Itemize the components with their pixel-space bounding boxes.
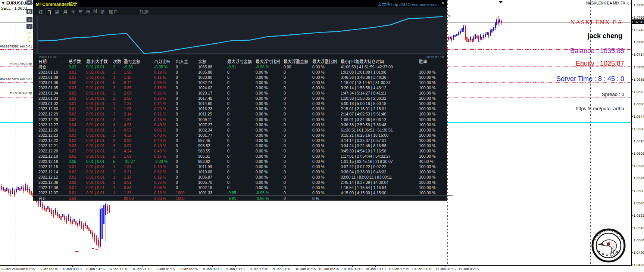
- table-cell: 0.00 %: [256, 185, 284, 190]
- table-cell: 100.00 %: [419, 111, 453, 117]
- table-cell: 0.38 %: [154, 85, 176, 90]
- price-tick-label: 1.04760: [634, 263, 644, 267]
- table-cell: 41:06:59 | 41:51:59 | 42:37:00: [341, 64, 419, 69]
- table-cell: 1020.17: [198, 90, 227, 96]
- table-cell: 0: [284, 111, 312, 117]
- table-cell: 最小|平均|最大持仓时间: [341, 59, 419, 64]
- table-cell: 0.00 %: [256, 174, 284, 180]
- menu-item-2[interactable]: 周: [54, 8, 60, 15]
- chart-end-date: 2023.01.10: [421, 55, 444, 59]
- table-cell: 0: [284, 117, 312, 122]
- table-cell: 100.00 %: [419, 117, 453, 122]
- menu-item-7[interactable]: M: [92, 8, 98, 14]
- table-cell: 1013.23: [198, 106, 227, 111]
- table-cell: -0.96 %: [256, 196, 284, 201]
- table-cell: 0: [284, 185, 312, 190]
- table-cell: 0.00 %: [256, 96, 284, 101]
- check-button[interactable]: √: [26, 24, 32, 29]
- table-cell: 0.00 %: [312, 138, 341, 143]
- table-row: 2022.12.160.050.01 | 0.015-28.37-2.80 %0…: [33, 159, 453, 164]
- table-cell: 0.02: [69, 117, 86, 122]
- price-tick-label: 1.06020: [634, 151, 644, 155]
- price-tick-label: 1.05180: [634, 226, 644, 230]
- table-cell: 0.43 %: [154, 148, 176, 154]
- smiley-icon: ☺: [626, 1, 630, 5]
- table-cell: 2022.12.28: [38, 117, 69, 122]
- table-cell: 2:45:14 | 8:37:39 | 14:30:04: [341, 180, 419, 185]
- table-cell: 1.33: [124, 190, 154, 195]
- time-tick-label: 6 Jan 09:15: [60, 267, 85, 271]
- menu-item-3[interactable]: 月: [62, 8, 69, 15]
- table-cell: 100.00 %: [419, 138, 453, 143]
- table-cell: 2023.01.02: [38, 101, 69, 106]
- table-cell: 0: [284, 169, 312, 174]
- table-cell: 2: [113, 64, 124, 69]
- price-tick: [631, 54, 633, 55]
- table-cell: 0: [227, 169, 256, 174]
- ea-name-label: NASKLENK EA: [570, 19, 623, 26]
- table-cell: 0: [227, 90, 256, 96]
- table-cell: 0: [227, 101, 256, 106]
- table-cell: 0.00 %: [256, 148, 284, 154]
- menu-item-0[interactable]: 综: [37, 8, 44, 15]
- table-cell: 0.01 | 0.01: [86, 111, 113, 117]
- table-cell: 1.16: [124, 75, 154, 80]
- move-button[interactable]: 移: [26, 9, 32, 14]
- table-cell: 3.85: [124, 85, 154, 90]
- table-cell: 40.00 %: [419, 159, 453, 164]
- price-tick: [631, 215, 633, 216]
- server-time-label: Server Time : 8 : 45 : 0: [556, 75, 624, 83]
- table-cell: 100.00 %: [419, 164, 453, 169]
- table-cell: -28.37: [124, 159, 154, 164]
- time-tick-label: 11 Jan 01:15: [433, 267, 458, 271]
- menu-item-10[interactable]: 轨迹: [138, 8, 150, 15]
- table-cell: 3.21: [124, 169, 154, 174]
- telegram-link-label: https://t.me/putu_artha: [576, 106, 624, 111]
- table-cell: -9.85: [124, 64, 154, 69]
- close-icon[interactable]: ✕: [442, 1, 445, 5]
- table-cell: 1011.25: [198, 111, 227, 117]
- menu-item-8[interactable]: 备: [99, 8, 106, 15]
- menu-item-5[interactable]: 年: [77, 8, 84, 15]
- help-button[interactable]: ?: [26, 17, 32, 22]
- table-cell: 0: [284, 190, 312, 195]
- table-cell: 989.55: [198, 148, 227, 154]
- menu-item-6[interactable]: 币: [85, 8, 91, 15]
- menu-item-4[interactable]: 季: [70, 8, 76, 15]
- price-tick: [631, 30, 633, 30]
- table-cell: 最大浮亏比例: [256, 59, 284, 64]
- table-cell: 0.00 %: [256, 138, 284, 143]
- price-tick-label: 1.05460: [634, 201, 644, 205]
- table-cell: 0: [176, 85, 198, 90]
- table-cell: 0: [227, 85, 256, 90]
- price-tick: [631, 265, 633, 265]
- table-cell: 3.51: [124, 180, 154, 185]
- table-cell: 2022.12.27: [38, 122, 69, 127]
- table-cell: 983.62: [198, 159, 227, 164]
- table-cell: 0: [227, 96, 256, 101]
- table-cell: 0: [284, 196, 312, 201]
- table-cell: 0: [176, 174, 198, 180]
- table-cell: -9.91: [227, 196, 256, 201]
- menu-item-9[interactable]: 账户: [108, 8, 119, 15]
- table-cell: 0: [176, 164, 198, 169]
- table-cell: 1.17: [124, 174, 154, 180]
- table-cell: 0: [284, 127, 312, 133]
- table-row: 2022.12.300.010.01 | 0.0111.980.20 %0101…: [33, 106, 453, 111]
- table-cell: -2.80 %: [154, 159, 176, 164]
- chevron-down-icon[interactable]: ▼: [1, 1, 5, 5]
- table-row: 2022.12.090.020.01 | 0.0123.510.35 %0100…: [33, 180, 453, 185]
- table-cell: 0.01 | 0.01: [86, 127, 113, 133]
- table-cell: 持仓: [38, 64, 69, 69]
- table-cell: 1: [113, 106, 124, 111]
- table-cell: 0.02: [69, 96, 86, 101]
- table-cell: 3: [113, 133, 124, 138]
- time-tick-label: 9 Jan 13:15: [223, 267, 248, 271]
- table-cell: 最小|大手数: [86, 59, 113, 64]
- panel-title-bar[interactable]: MTCommander统计 复盘侠 http://MTCommander.com…: [33, 0, 447, 7]
- table-cell: 0.28 %: [154, 96, 176, 101]
- table-cell: 1: [113, 101, 124, 106]
- minimize-button[interactable]: −: [26, 0, 32, 5]
- table-row: 2022.12.150.010.01 | 0.0111.910.19 %0101…: [33, 164, 453, 169]
- panel-title-link[interactable]: 复盘侠 http://MTCommander.com: [378, 1, 439, 7]
